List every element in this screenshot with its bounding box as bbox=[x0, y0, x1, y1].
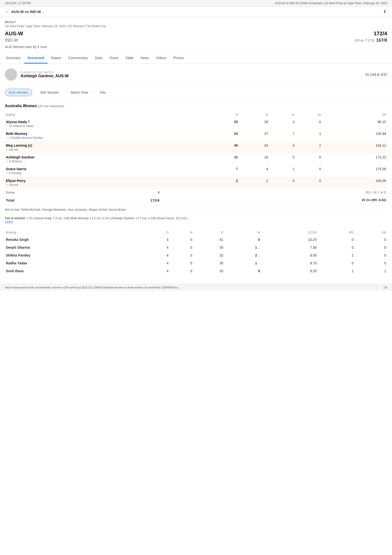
ind-team-score: 167/8 bbox=[376, 38, 387, 43]
result-label: RESULT bbox=[5, 21, 387, 24]
bowler-name: Sneh Rana bbox=[5, 267, 147, 275]
bowling-overs: 4 bbox=[147, 244, 170, 251]
aus-team-row: AUS-W 172/4 bbox=[5, 30, 387, 37]
player-info: PLAYER OF THE MATCH Ashleigh Gardner, AU… bbox=[21, 71, 69, 78]
bowling-wd: 1 bbox=[318, 251, 355, 259]
bowling-wd: 1 bbox=[318, 267, 355, 275]
match-info: RESULT 1st Semi-Final, Cape Town, Februa… bbox=[0, 17, 392, 53]
bowling-nb: 0 bbox=[355, 236, 387, 244]
batting-fours: 0 bbox=[269, 177, 295, 189]
page-number: 1/4 bbox=[383, 286, 387, 289]
batting-header-b: B bbox=[239, 112, 269, 118]
sub-tab-match-flow[interactable]: Match Flow bbox=[67, 89, 92, 96]
bowling-table: Bowling O M R W ECON WD NB Renuka Singh4… bbox=[5, 229, 387, 275]
bowling-nb: 0 bbox=[355, 259, 387, 267]
batting-balls: 34 bbox=[239, 142, 269, 153]
bowling-header-w: W bbox=[224, 229, 261, 236]
nav-title: AUS-W vs IND-W bbox=[11, 10, 41, 14]
wicket-arrow-icon: ⌄ bbox=[257, 246, 260, 249]
extras-row: Extras 4 (lb 1, nb 1, w 2) bbox=[5, 189, 387, 196]
bowling-maidens: 0 bbox=[170, 267, 193, 275]
batting-row: Ashleigh Gardner✓b Sharma311850172.22 bbox=[5, 153, 387, 165]
batting-balls: 2 bbox=[239, 177, 269, 189]
bowling-wd: 0 bbox=[318, 244, 355, 251]
sub-tab-info[interactable]: Info bbox=[97, 89, 109, 96]
bowling-runs: 30 bbox=[193, 244, 224, 251]
batsman-name: Grace Harris bbox=[6, 167, 208, 171]
batting-header-4s: 4s bbox=[269, 112, 295, 118]
batting-fours: 5 bbox=[269, 153, 295, 165]
batting-sr: 144.11 bbox=[322, 142, 387, 153]
main-tabs: Summary Scorecard Report Commentary Stat… bbox=[0, 53, 392, 64]
bowling-header-nb: NB bbox=[355, 229, 387, 236]
sub-tab-ind-women[interactable]: IND Women bbox=[37, 89, 62, 96]
ind-score-detail: (20 ov, T:173) bbox=[355, 39, 374, 42]
batting-row: Grace Harris✓b Pandey7410175.00 bbox=[5, 165, 387, 177]
aus-team-name: AUS-W bbox=[5, 30, 23, 37]
nav-dropdown-icon[interactable]: ⌄ bbox=[42, 10, 44, 13]
bowling-header-econ: ECON bbox=[261, 229, 318, 236]
bowling-row: Sneh Rana403308.2511 bbox=[5, 267, 387, 275]
batting-sixes: 0 bbox=[295, 153, 322, 165]
batting-header-batsman: Batting bbox=[5, 112, 209, 118]
drs-link[interactable]: ⊙DRS bbox=[5, 220, 13, 223]
total-row: Total 172/4 20 Ov (RR: 8.60) bbox=[5, 196, 387, 204]
batting-fours: 7 bbox=[269, 130, 295, 142]
batting-sixes: 0 bbox=[295, 165, 322, 177]
batting-fours: 3 bbox=[269, 118, 295, 130]
tab-stats[interactable]: Stats bbox=[91, 53, 106, 64]
tab-scorecard[interactable]: Scorecard bbox=[24, 53, 48, 64]
batsman-name: Beth Mooney bbox=[6, 132, 208, 136]
batting-sr: 145.94 bbox=[322, 130, 387, 142]
dismissal: ✓not out bbox=[6, 148, 208, 151]
bowling-header-m: M bbox=[170, 229, 193, 236]
bottom-url-bar: https://www.espncricinfo.com/series/icc-… bbox=[0, 284, 392, 291]
tab-overs[interactable]: Overs bbox=[106, 53, 122, 64]
tab-commentary[interactable]: Commentary bbox=[65, 53, 91, 64]
player-of-match: PLAYER OF THE MATCH Ashleigh Gardner, AU… bbox=[0, 64, 392, 85]
nav-bar: ← AUS-W vs IND-W ⌄ ⮭ bbox=[0, 7, 392, 17]
batsman-name: Meg Lanning (c) bbox=[6, 143, 208, 147]
bowling-wickets: 1 ⌄ bbox=[224, 259, 261, 267]
batting-row: Ellyse Perry✓not out2200100.00 bbox=[5, 177, 387, 189]
batting-balls: 37 bbox=[239, 130, 269, 142]
batting-fours: 1 bbox=[269, 165, 295, 177]
bowling-wickets: 1 ⌄ bbox=[224, 244, 261, 251]
back-button[interactable]: ← bbox=[5, 9, 9, 14]
batting-runs: 2 bbox=[209, 177, 239, 189]
batting-sr: 175.00 bbox=[322, 165, 387, 177]
bowler-name: Deepti Sharma bbox=[5, 244, 147, 251]
bowling-row: Renuka Singh4041010.2500 bbox=[5, 236, 387, 244]
ind-team-row: IND-W (20 ov, T:173) 167/8 bbox=[5, 38, 387, 43]
bowling-econ: 8.75 bbox=[261, 259, 318, 267]
bowler-name: Radha Yadav bbox=[5, 259, 147, 267]
bowling-wd: 0 bbox=[318, 236, 355, 244]
share-button[interactable]: ⮭ bbox=[383, 9, 387, 14]
sub-tab-aus-women[interactable]: AUS Women bbox=[5, 89, 32, 96]
tab-summary[interactable]: Summary bbox=[2, 53, 24, 64]
tab-table[interactable]: Table bbox=[122, 53, 137, 64]
tab-report[interactable]: Report bbox=[48, 53, 65, 64]
tab-videos[interactable]: Videos bbox=[152, 53, 170, 64]
bowling-row: Shikha Pandey40322 ⌄8.0010 bbox=[5, 251, 387, 259]
bowling-maidens: 0 bbox=[170, 236, 193, 244]
bowling-runs: 35 bbox=[193, 259, 224, 267]
bowling-nb: 0 bbox=[355, 251, 387, 259]
top-bar: 10/11/24, 11:39 PM AUS-W vs IND-W Cricke… bbox=[0, 0, 392, 7]
bowling-row: Deepti Sharma40301 ⌄7.5000 bbox=[5, 244, 387, 251]
batting-runs: 54 bbox=[209, 130, 239, 142]
batting-header-sr: SR bbox=[322, 112, 387, 118]
bowling-wickets: 0 bbox=[224, 267, 261, 275]
player-avatar bbox=[5, 68, 17, 81]
total-value: 172/4 bbox=[82, 196, 160, 204]
batting-row: Beth Mooney✓c Shafali Verma b Pandey5437… bbox=[5, 130, 387, 142]
bowling-econ: 8.25 bbox=[261, 267, 318, 275]
tab-photos[interactable]: Photos bbox=[170, 53, 187, 64]
bowling-maidens: 0 bbox=[170, 244, 193, 251]
bowling-runs: 33 bbox=[193, 267, 224, 275]
tab-news[interactable]: News bbox=[137, 53, 152, 64]
bowling-maidens: 0 bbox=[170, 251, 193, 259]
bowling-nb: 1 bbox=[355, 267, 387, 275]
bowling-runs: 32 bbox=[193, 251, 224, 259]
bowling-econ: 10.25 bbox=[261, 236, 318, 244]
